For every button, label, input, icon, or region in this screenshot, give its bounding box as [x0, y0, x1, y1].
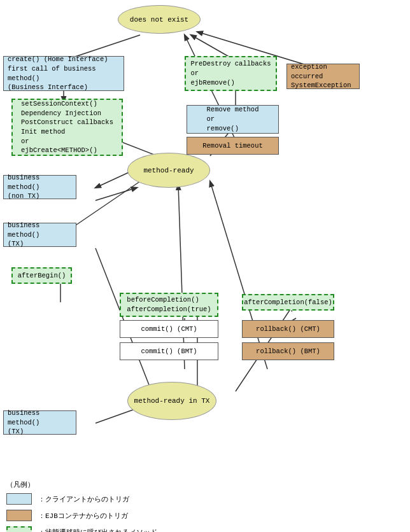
- exception-occurred-box: exception occurred SystemException: [286, 64, 360, 89]
- legend-blue-box: [6, 493, 32, 505]
- business-tx1-box: business method() (TX): [3, 223, 76, 247]
- commit-bmt-box: commit() (BMT): [120, 342, 218, 360]
- create-box: create() (Home Interface) first call of …: [3, 56, 124, 91]
- svg-line-4: [95, 188, 137, 200]
- svg-line-10: [70, 181, 140, 229]
- svg-line-17: [178, 185, 185, 369]
- does-not-exist-state: does not exist: [118, 5, 201, 34]
- method-ready-state: method-ready: [127, 153, 210, 188]
- rollback-bmt-box: rollback() (BMT): [242, 342, 334, 360]
- pre-destroy-box: PreDestroy callbacks or ejbRemove(): [185, 56, 277, 91]
- legend-title: （凡例）: [6, 480, 410, 489]
- before-completion-box: beforeCompletion() afterCompletion(true): [120, 293, 218, 317]
- legend-item-tan: ：EJBコンテナからのトリガ: [6, 510, 410, 521]
- legend: （凡例） ：クライアントからのトリガ ：EJBコンテナからのトリガ ：状態遷移時…: [6, 480, 410, 532]
- diagram: does not exist create() (Home Interface)…: [0, 0, 410, 484]
- set-session-box: setSessionContext() Dependency Injection…: [11, 99, 123, 156]
- legend-item-blue: ：クライアントからのトリガ: [6, 493, 410, 505]
- legend-tan-label: ：EJBコンテナからのトリガ: [38, 511, 128, 521]
- business-tx2-box: business method() (TX): [3, 410, 76, 435]
- removal-timeout-box: Removal timeout: [187, 137, 279, 155]
- method-ready-tx-state: method-ready in TX: [127, 382, 216, 420]
- legend-tan-box: [6, 510, 32, 521]
- rollback-cmt-box: rollback() (CMT): [242, 320, 334, 338]
- after-completion-false-box: afterCompletion(false): [242, 294, 334, 311]
- legend-dashed-label: ：状態遷移時に呼び出されるメソッド: [38, 528, 157, 533]
- after-begin-box: afterBegin(): [11, 267, 72, 284]
- svg-line-21: [210, 181, 267, 369]
- legend-dashed-box: [6, 526, 32, 532]
- business-non-tx-box: business method() (non TX): [3, 175, 76, 199]
- legend-item-dashed: ：状態遷移時に呼び出されるメソッド: [6, 526, 410, 532]
- commit-cmt-box: commit() (CMT): [120, 320, 218, 338]
- remove-method-box: Remove method or remove(): [187, 105, 279, 134]
- legend-blue-label: ：クライアントからのトリガ: [38, 494, 129, 504]
